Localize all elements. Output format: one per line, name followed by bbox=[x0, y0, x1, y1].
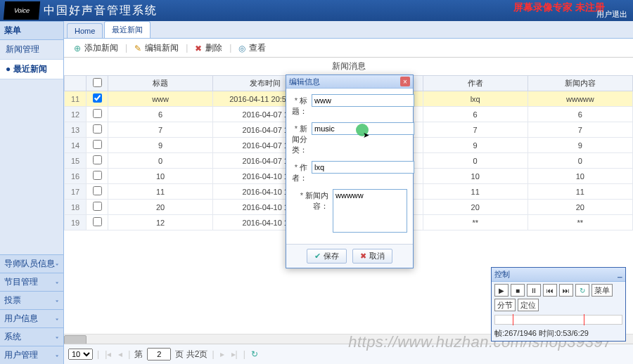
label-content: 新闻内容： bbox=[292, 189, 328, 212]
cell-title: 11 bbox=[108, 184, 213, 200]
sidebar-group-userinfo[interactable]: 用户信息▾ bbox=[0, 309, 63, 327]
cell-author: 9 bbox=[423, 138, 528, 153]
cell-content: wwwww bbox=[528, 91, 632, 107]
input-title[interactable] bbox=[312, 94, 414, 107]
row-checkbox[interactable] bbox=[87, 169, 108, 184]
cell-content: 6 bbox=[528, 107, 632, 122]
label-category: 新闻分类： bbox=[292, 122, 307, 155]
cell-content: 7 bbox=[528, 122, 632, 138]
rec-pause-icon[interactable]: ⏸ bbox=[527, 284, 541, 297]
grid-title: 新闻消息 bbox=[64, 58, 633, 75]
sidebar-group-mentor[interactable]: 导师队员信息▾ bbox=[0, 254, 63, 273]
chevron-down-icon: ▾ bbox=[56, 262, 59, 266]
view-button[interactable]: ◎查看 bbox=[234, 41, 270, 56]
row-checkbox[interactable] bbox=[87, 138, 108, 153]
row-checkbox[interactable] bbox=[87, 122, 108, 138]
sidebar-item-news-mgmt[interactable]: 新闻管理 bbox=[0, 40, 63, 60]
page-total: 页 共2页 bbox=[175, 349, 207, 360]
last-page-icon[interactable]: ▸| bbox=[230, 349, 239, 359]
x-icon: ✖ bbox=[360, 252, 366, 261]
cell-title: 9 bbox=[108, 138, 213, 153]
cell-author: 0 bbox=[423, 153, 528, 169]
row-number: 17 bbox=[65, 184, 87, 200]
cell-title: 6 bbox=[108, 107, 213, 122]
tab-recent-news[interactable]: 最近新闻 bbox=[104, 21, 151, 38]
next-page-icon[interactable]: ▸ bbox=[219, 349, 226, 359]
rec-loop-icon[interactable]: ↻ bbox=[575, 284, 589, 297]
pagesize-select[interactable]: 10 bbox=[68, 349, 93, 360]
sidebar-group-vote[interactable]: 投票▾ bbox=[0, 291, 63, 309]
toolbar: ⊕添加新闻 | ✎编辑新闻 | ✖删除 | ◎查看 bbox=[64, 39, 633, 58]
cancel-button[interactable]: ✖取消 bbox=[352, 249, 392, 264]
sidebar-group-system[interactable]: 系统▾ bbox=[0, 327, 63, 346]
brand-title: 中国好声音管理系统 bbox=[44, 4, 158, 18]
cell-author: ** bbox=[423, 215, 528, 230]
chevron-down-icon: ▾ bbox=[56, 335, 59, 339]
edit-dialog: 编辑信息 × 标题： 新闻分类： 作者： 新闻内容：wwwww ✔保存 ✖取消 bbox=[286, 74, 414, 268]
refresh-icon[interactable]: ↻ bbox=[250, 349, 260, 359]
cell-content: ** bbox=[528, 215, 632, 230]
cell-title: 20 bbox=[108, 200, 213, 215]
row-checkbox[interactable] bbox=[87, 200, 108, 215]
label-author: 作者： bbox=[292, 161, 307, 183]
cell-title: 0 bbox=[108, 153, 213, 169]
eye-icon: ◎ bbox=[238, 44, 247, 52]
row-number: 16 bbox=[65, 169, 87, 184]
add-news-button[interactable]: ⊕添加新闻 bbox=[70, 41, 122, 56]
col-author[interactable]: 作者 bbox=[423, 76, 528, 91]
rec-play-icon[interactable]: ▶ bbox=[494, 284, 509, 297]
recorder-title: 控制 bbox=[494, 269, 510, 280]
rec-segment-button[interactable]: 分节 bbox=[494, 299, 516, 311]
dialog-header[interactable]: 编辑信息 × bbox=[286, 75, 413, 89]
rec-back-icon[interactable]: ⏮ bbox=[543, 284, 557, 297]
page-input[interactable] bbox=[147, 348, 171, 360]
input-content[interactable]: wwwww bbox=[333, 189, 407, 233]
delete-button[interactable]: ✖删除 bbox=[191, 41, 226, 56]
input-author[interactable] bbox=[312, 161, 414, 174]
check-icon: ✔ bbox=[314, 252, 321, 261]
row-number: 19 bbox=[65, 215, 87, 230]
rec-fwd-icon[interactable]: ⏭ bbox=[559, 284, 573, 297]
rec-menu-button[interactable]: 菜单 bbox=[592, 284, 613, 297]
cell-author: 10 bbox=[423, 169, 528, 184]
col-rownum bbox=[65, 76, 87, 91]
recorder-timeline[interactable] bbox=[494, 315, 622, 325]
save-button[interactable]: ✔保存 bbox=[307, 249, 347, 264]
tab-home[interactable]: Home bbox=[67, 23, 103, 38]
cell-content: 0 bbox=[528, 153, 632, 169]
close-icon[interactable]: × bbox=[400, 77, 410, 86]
row-checkbox[interactable] bbox=[87, 153, 108, 169]
user-exit-link[interactable]: 用户退出 bbox=[596, 9, 627, 20]
label-title: 标题： bbox=[292, 94, 307, 117]
minimize-icon[interactable]: ⎯ bbox=[618, 269, 622, 280]
prev-page-icon[interactable]: ◂ bbox=[117, 349, 124, 359]
cell-author: 6 bbox=[423, 107, 528, 122]
cell-content: 10 bbox=[528, 169, 632, 184]
recorder-watermark: 屏幕录像专家 未注册 bbox=[513, 1, 605, 14]
row-number: 12 bbox=[65, 107, 87, 122]
row-checkbox[interactable] bbox=[87, 215, 108, 230]
cell-author: 11 bbox=[423, 184, 528, 200]
cell-author: 7 bbox=[423, 122, 528, 138]
col-check[interactable] bbox=[87, 76, 108, 91]
pager: 10 | |◂ ◂ | 第 页 共2页 | ▸ ▸| | ↻ bbox=[64, 344, 633, 364]
col-title[interactable]: 标题 bbox=[108, 76, 213, 91]
input-category[interactable] bbox=[312, 122, 414, 135]
row-checkbox[interactable] bbox=[87, 91, 108, 107]
cell-title: 7 bbox=[108, 122, 213, 138]
sidebar-group-usermgmt[interactable]: 用户管理▾ bbox=[0, 346, 63, 364]
cell-author: 20 bbox=[423, 200, 528, 215]
col-content[interactable]: 新闻内容 bbox=[528, 76, 632, 91]
tab-bar: Home 最近新闻 bbox=[64, 21, 633, 39]
sidebar-group-program[interactable]: 节目管理▾ bbox=[0, 273, 63, 291]
row-checkbox[interactable] bbox=[87, 184, 108, 200]
row-number: 18 bbox=[65, 200, 87, 215]
rec-stop-icon[interactable]: ■ bbox=[511, 284, 525, 297]
rec-locate-button[interactable]: 定位 bbox=[518, 299, 539, 311]
recorder-control-panel[interactable]: 控制⎯ ▶ ■ ⏸ ⏮ ⏭ ↻ 菜单 分节 定位 帧:267/1946 时间:0… bbox=[491, 267, 626, 342]
row-number: 15 bbox=[65, 153, 87, 169]
row-checkbox[interactable] bbox=[87, 107, 108, 122]
edit-news-button[interactable]: ✎编辑新闻 bbox=[130, 41, 183, 56]
sidebar-item-recent-news[interactable]: ● 最近新闻 bbox=[0, 60, 63, 79]
first-page-icon[interactable]: |◂ bbox=[103, 349, 113, 359]
